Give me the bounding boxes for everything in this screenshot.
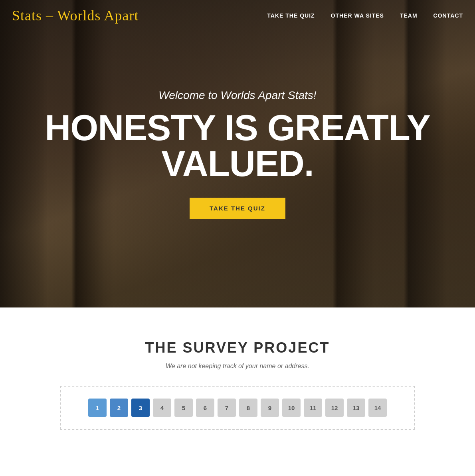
page-btn-12[interactable]: 12 [325,399,344,417]
site-header: Stats – Worlds Apart TAKE THE QUIZ OTHER… [0,0,475,31]
page-btn-8[interactable]: 8 [239,399,257,417]
page-btn-11[interactable]: 11 [304,399,322,417]
page-btn-13[interactable]: 13 [347,399,365,417]
nav-take-quiz[interactable]: TAKE THE QUIZ [267,12,315,19]
nav-other-wa-sites[interactable]: OTHER WA SITES [331,12,384,19]
main-nav: TAKE THE QUIZ OTHER WA SITES TEAM CONTAC… [267,12,463,19]
survey-section: THE SURVEY PROJECT We are not keeping tr… [0,307,475,446]
page-btn-14[interactable]: 14 [368,399,387,417]
hero-title-line2: VALUED. [161,144,313,184]
page-btn-10[interactable]: 10 [282,399,301,417]
hero-content: Welcome to Worlds Apart Stats! HONESTY I… [13,89,462,219]
page-btn-6[interactable]: 6 [196,399,214,417]
site-logo[interactable]: Stats – Worlds Apart [12,7,139,24]
page-btn-4[interactable]: 4 [153,399,171,417]
hero-title: HONESTY IS GREATLY VALUED. [45,110,430,182]
survey-title: THE SURVEY PROJECT [12,339,463,356]
hero-section: Welcome to Worlds Apart Stats! HONESTY I… [0,0,475,307]
survey-subtitle: We are not keeping track of your name or… [12,363,463,370]
nav-contact[interactable]: CONTACT [433,12,463,19]
page-btn-9[interactable]: 9 [261,399,279,417]
page-btn-7[interactable]: 7 [218,399,236,417]
nav-team[interactable]: TEAM [400,12,418,19]
pagination-container: 1234567891011121314 [60,386,415,430]
hero-subtitle: Welcome to Worlds Apart Stats! [45,89,430,102]
page-btn-2[interactable]: 2 [110,399,128,417]
page-btn-3[interactable]: 3 [131,399,150,417]
page-btn-5[interactable]: 5 [174,399,193,417]
pagination: 1234567891011121314 [88,399,387,417]
hero-title-line1: HONESTY IS GREATLY [45,108,430,148]
page-btn-1[interactable]: 1 [88,399,107,417]
take-quiz-button[interactable]: TAKE THE QUIZ [190,198,285,219]
